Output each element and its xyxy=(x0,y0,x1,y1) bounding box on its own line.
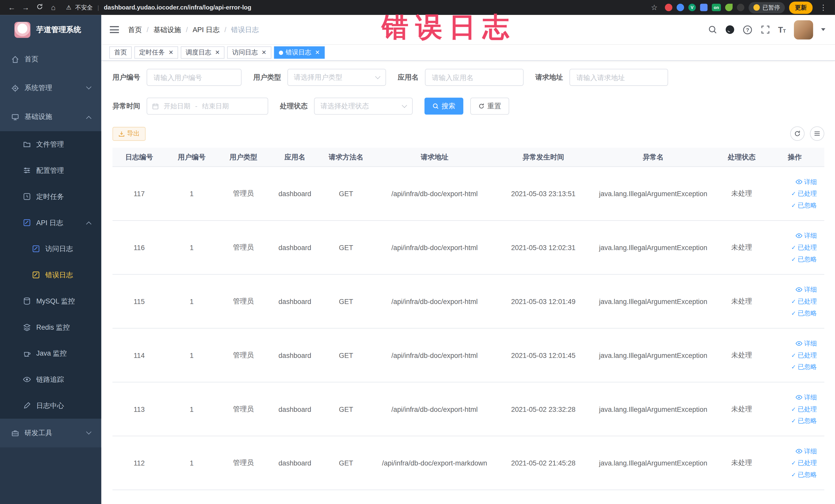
browser-reload-icon[interactable] xyxy=(33,3,46,12)
sidebar-toggle-icon[interactable] xyxy=(110,26,119,33)
mark-ignored-link[interactable]: ✓ 已忽略 xyxy=(791,416,817,425)
cell-process-status: 未处理 xyxy=(717,189,766,198)
sidebar-item-scheduled-tasks[interactable]: 定时任务 xyxy=(0,184,101,210)
reset-button[interactable]: 重置 xyxy=(470,98,509,115)
mark-processed-link[interactable]: ✓ 已处理 xyxy=(791,351,817,360)
request-url-input[interactable] xyxy=(569,69,668,86)
profile-paused-badge[interactable]: 已暂停 xyxy=(749,2,785,13)
sidebar-item-redis-monitor[interactable]: Redis 监控 xyxy=(0,314,101,340)
chrome-menu-icon[interactable]: ⋮ xyxy=(817,3,830,12)
table-row: 112 1 管理员 dashboard GET /api/infra/db-do… xyxy=(113,436,824,490)
column-settings-button[interactable] xyxy=(810,126,824,141)
fullscreen-icon[interactable] xyxy=(760,25,770,35)
sidebar-item-infrastructure[interactable]: 基础设施 xyxy=(0,102,101,131)
sidebar-item-home[interactable]: 首页 xyxy=(0,45,101,74)
extension-icon-on-badge[interactable]: on xyxy=(712,4,721,11)
browser-home-icon[interactable]: ⌂ xyxy=(47,3,60,12)
sidebar-item-file-management[interactable]: 文件管理 xyxy=(0,131,101,157)
sidebar-item-label: 文件管理 xyxy=(36,139,64,149)
tab-close-icon[interactable]: ✕ xyxy=(215,49,220,56)
browser-forward-icon[interactable]: → xyxy=(19,3,32,12)
mark-processed-link[interactable]: ✓ 已处理 xyxy=(791,243,817,252)
sidebar-item-error-log[interactable]: 错误日志 xyxy=(0,262,101,288)
search-icon[interactable] xyxy=(708,25,717,35)
check-icon: ✓ xyxy=(791,364,796,370)
sidebar-item-system-management[interactable]: 系统管理 xyxy=(0,74,101,102)
search-button[interactable]: 搜索 xyxy=(424,98,463,115)
sidebar-item-label: 链路追踪 xyxy=(36,375,64,384)
filter-label: 异常时间 xyxy=(113,101,140,111)
process-status-select[interactable]: 请选择处理状态 xyxy=(314,98,412,115)
extension-icon-paw[interactable] xyxy=(737,4,745,11)
sidebar-item-config-management[interactable]: 配置管理 xyxy=(0,157,101,184)
sidebar-item-label: 定时任务 xyxy=(36,192,64,201)
user-type-select[interactable]: 请选择用户类型 xyxy=(287,69,386,86)
extension-icon-drop[interactable] xyxy=(677,4,684,11)
cell-request-url: /api/infra/db-doc/export-html xyxy=(372,351,497,359)
breadcrumb-item[interactable]: 首页 xyxy=(128,25,142,35)
sidebar-item-mysql-monitor[interactable]: MySQL 监控 xyxy=(0,288,101,314)
detail-link[interactable]: 详细 xyxy=(795,393,817,402)
tab-scheduled-tasks[interactable]: 定时任务 ✕ xyxy=(134,46,178,59)
eye-icon xyxy=(795,233,802,239)
mark-processed-link[interactable]: ✓ 已处理 xyxy=(791,405,817,414)
user-id-input[interactable] xyxy=(147,69,242,86)
app-frame: 芋道管理系统 首页 系统管理 基础设施 文件管理 xyxy=(0,15,835,504)
user-avatar[interactable] xyxy=(794,20,813,39)
mark-processed-link[interactable]: ✓ 已处理 xyxy=(791,297,817,306)
tab-close-icon[interactable]: ✕ xyxy=(262,49,266,56)
extension-icon-v[interactable]: V xyxy=(688,4,696,11)
tab-schedule-log[interactable]: 调度日志 ✕ xyxy=(181,46,225,59)
sidebar-item-access-log[interactable]: 访问日志 xyxy=(0,236,101,262)
mark-ignored-link[interactable]: ✓ 已忽略 xyxy=(791,362,817,371)
breadcrumb-item[interactable]: 基础设施 xyxy=(153,25,181,35)
avatar-dropdown-icon[interactable] xyxy=(821,28,826,31)
bookmark-star-icon[interactable]: ☆ xyxy=(648,3,661,12)
mark-ignored-link[interactable]: ✓ 已忽略 xyxy=(791,255,817,264)
chrome-update-button[interactable]: 更新 xyxy=(789,1,812,14)
refresh-button[interactable] xyxy=(790,126,805,141)
layers-icon xyxy=(23,323,31,331)
help-icon[interactable]: ? xyxy=(743,25,752,35)
extension-icon-red[interactable] xyxy=(665,4,672,11)
mark-ignored-link[interactable]: ✓ 已忽略 xyxy=(791,470,817,479)
sidebar-item-link-tracing[interactable]: 链路追踪 xyxy=(0,366,101,392)
mark-processed-link[interactable]: ✓ 已处理 xyxy=(791,458,817,467)
tab-close-icon[interactable]: ✕ xyxy=(168,49,173,56)
check-icon: ✓ xyxy=(791,460,796,466)
page-content: 用户编号 用户类型 请选择用户类型 应用名 xyxy=(101,61,835,504)
mark-ignored-link[interactable]: ✓ 已忽略 xyxy=(791,309,817,318)
github-icon[interactable] xyxy=(726,25,735,35)
cell-request-url: /api/infra/db-doc/export-html xyxy=(372,189,497,198)
date-end-placeholder: 结束日期 xyxy=(202,102,229,110)
tab-label: 调度日志 xyxy=(186,48,211,57)
detail-link[interactable]: 详细 xyxy=(795,285,817,294)
app-logo[interactable]: 芋道管理系统 xyxy=(0,15,101,45)
tab-access-log[interactable]: 访问日志 ✕ xyxy=(227,46,271,59)
tab-error-log[interactable]: 错误日志 ✕ xyxy=(274,46,325,59)
mark-ignored-link[interactable]: ✓ 已忽略 xyxy=(791,201,817,210)
column-header: 日志编号 xyxy=(113,152,166,162)
sidebar-item-api-logs[interactable]: API 日志 xyxy=(0,209,101,236)
cell-user-type: 管理员 xyxy=(218,297,269,306)
detail-link[interactable]: 详细 xyxy=(795,177,817,186)
extension-icon-grid[interactable] xyxy=(700,4,708,11)
detail-link[interactable]: 详细 xyxy=(795,447,817,456)
tab-close-icon[interactable]: ✕ xyxy=(315,49,320,56)
browser-back-icon[interactable]: ← xyxy=(5,3,18,12)
breadcrumb-item[interactable]: API 日志 xyxy=(192,25,220,35)
date-range-picker[interactable]: 开始日期 - 结束日期 xyxy=(147,98,268,115)
mark-processed-link[interactable]: ✓ 已处理 xyxy=(791,189,817,198)
address-bar[interactable]: ⚠ 不安全 | dashboard.yudao.iocoder.cn/infra… xyxy=(66,4,641,12)
font-size-icon[interactable]: TT xyxy=(778,25,786,34)
table-body: 117 1 管理员 dashboard GET /api/infra/db-do… xyxy=(113,167,824,490)
sidebar-item-java-monitor[interactable]: Java 监控 xyxy=(0,340,101,366)
extension-icon-leaf[interactable] xyxy=(725,4,733,11)
export-button[interactable]: 导出 xyxy=(113,126,145,140)
sidebar-item-dev-tools[interactable]: 研发工具 xyxy=(0,419,101,447)
detail-link[interactable]: 详细 xyxy=(795,339,817,348)
app-name-input[interactable] xyxy=(425,69,524,86)
sidebar-item-log-center[interactable]: 日志中心 xyxy=(0,392,101,419)
detail-link[interactable]: 详细 xyxy=(795,231,817,240)
tab-home[interactable]: 首页 xyxy=(109,46,132,59)
